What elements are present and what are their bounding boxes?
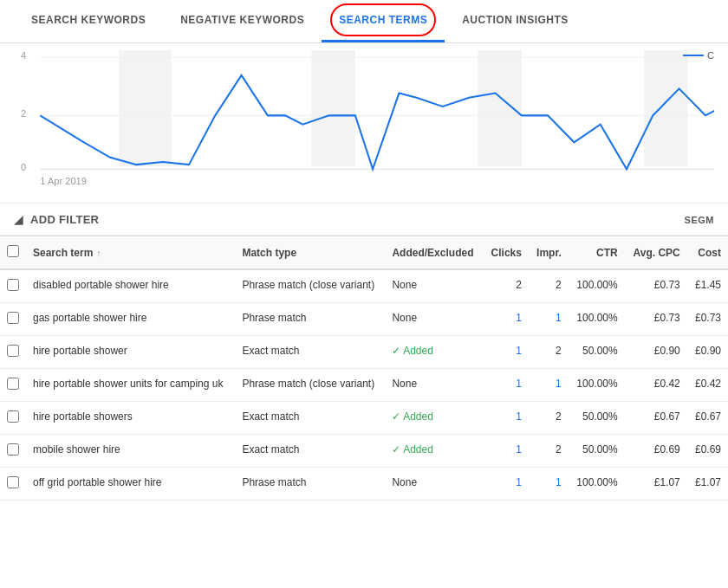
- chart-legend: C: [683, 50, 714, 61]
- cell-clicks: 1: [483, 435, 529, 468]
- header-avg-cpc[interactable]: Avg. CPC: [625, 236, 687, 270]
- row-checkbox-cell: [0, 402, 26, 435]
- cell-search-term: gas portable shower hire: [26, 303, 235, 336]
- cell-avg-cpc: £0.42: [625, 369, 687, 402]
- header-impr[interactable]: Impr.: [529, 236, 569, 270]
- cell-match-type: Phrase match (close variant): [235, 369, 385, 402]
- cell-match-type: Exact match: [235, 402, 385, 435]
- cell-search-term: hire portable shower units for camping u…: [26, 369, 235, 402]
- cell-ctr: 50.00%: [569, 435, 625, 468]
- tab-search-terms[interactable]: SEARCH TERMS: [322, 0, 445, 42]
- svg-rect-3: [644, 50, 688, 166]
- cell-search-term: hire portable shower: [26, 336, 235, 369]
- cell-avg-cpc: £0.67: [625, 402, 687, 435]
- cell-match-type: Exact match: [235, 435, 385, 468]
- sort-arrow-icon: ↑: [96, 249, 101, 258]
- cell-added-excluded: ✓ Added: [385, 402, 483, 435]
- cell-ctr: 100.00%: [569, 269, 625, 303]
- cell-impr: 1: [529, 369, 569, 402]
- cell-clicks: 1: [483, 402, 529, 435]
- header-match-type: Match type: [235, 236, 385, 270]
- cell-cost: £0.42: [687, 369, 728, 402]
- cell-impr: 2: [529, 336, 569, 369]
- cell-cost: £0.90: [687, 336, 728, 369]
- cell-search-term: hire portable showers: [26, 402, 235, 435]
- cell-clicks: 1: [483, 369, 529, 402]
- added-tag: ✓ Added: [392, 345, 432, 357]
- cell-match-type: Phrase match: [235, 468, 385, 501]
- filter-bar: ◢ ADD FILTER SEGM: [0, 204, 728, 236]
- segm-button[interactable]: SEGM: [685, 213, 714, 226]
- cell-added-excluded: ✓ Added: [385, 336, 483, 369]
- row-checkbox[interactable]: [7, 279, 19, 291]
- table-row: off grid portable shower hirePhrase matc…: [0, 468, 728, 501]
- row-checkbox-cell: [0, 468, 26, 501]
- row-checkbox[interactable]: [7, 476, 19, 488]
- tab-auction-insights[interactable]: AUCTION INSIGHTS: [445, 0, 586, 42]
- header-added-excluded: Added/Excluded: [385, 236, 483, 270]
- cell-ctr: 50.00%: [569, 402, 625, 435]
- svg-text:4: 4: [21, 50, 26, 61]
- svg-rect-0: [119, 50, 172, 166]
- tab-negative-keywords[interactable]: NEGATIVE KEYWORDS: [163, 0, 322, 42]
- table-container: Search term↑Match typeAdded/ExcludedClic…: [0, 236, 728, 501]
- cell-added-excluded: None: [385, 369, 483, 402]
- cell-avg-cpc: £0.73: [625, 303, 687, 336]
- row-checkbox-cell: [0, 369, 26, 402]
- cell-ctr: 100.00%: [569, 369, 625, 402]
- add-filter-button[interactable]: ◢ ADD FILTER: [14, 212, 99, 226]
- cell-ctr: 100.00%: [569, 468, 625, 501]
- cell-clicks: 1: [483, 468, 529, 501]
- cell-impr: 1: [529, 468, 569, 501]
- table-row: mobile shower hireExact match✓ Added1250…: [0, 435, 728, 468]
- table-row: hire portable showersExact match✓ Added1…: [0, 402, 728, 435]
- tabs-bar: SEARCH KEYWORDSNEGATIVE KEYWORDSSEARCH T…: [0, 0, 728, 43]
- svg-rect-2: [478, 50, 522, 166]
- row-checkbox[interactable]: [7, 345, 19, 357]
- select-all-checkbox[interactable]: [7, 245, 19, 257]
- cell-added-excluded: None: [385, 468, 483, 501]
- added-tag: ✓ Added: [392, 410, 432, 423]
- header-checkbox-cell: [0, 236, 26, 270]
- cell-match-type: Exact match: [235, 336, 385, 369]
- legend-line-icon: [683, 55, 704, 56]
- cell-clicks: 2: [483, 269, 529, 303]
- cell-added-excluded: ✓ Added: [385, 435, 483, 468]
- row-checkbox[interactable]: [7, 378, 19, 390]
- table-row: hire portable showerExact match✓ Added12…: [0, 336, 728, 369]
- cell-cost: £1.07: [687, 468, 728, 501]
- cell-added-excluded: None: [385, 269, 483, 303]
- cell-match-type: Phrase match (close variant): [235, 269, 385, 303]
- cell-search-term: mobile shower hire: [26, 435, 235, 468]
- cell-avg-cpc: £0.73: [625, 269, 687, 303]
- svg-text:1 Apr 2019: 1 Apr 2019: [40, 176, 87, 186]
- row-checkbox[interactable]: [7, 443, 19, 456]
- added-tag: ✓ Added: [392, 443, 432, 456]
- cell-impr: 2: [529, 269, 569, 303]
- row-checkbox-cell: [0, 435, 26, 468]
- tab-search-keywords[interactable]: SEARCH KEYWORDS: [14, 0, 163, 42]
- cell-match-type: Phrase match: [235, 303, 385, 336]
- header-clicks[interactable]: Clicks: [483, 236, 529, 270]
- row-checkbox[interactable]: [7, 312, 19, 324]
- cell-impr: 2: [529, 435, 569, 468]
- cell-search-term: off grid portable shower hire: [26, 468, 235, 501]
- header-search-term: Search term↑: [26, 236, 235, 270]
- cell-impr: 2: [529, 402, 569, 435]
- cell-ctr: 100.00%: [569, 303, 625, 336]
- header-ctr[interactable]: CTR: [569, 236, 625, 270]
- svg-rect-1: [311, 50, 355, 166]
- cell-clicks: 1: [483, 336, 529, 369]
- svg-text:0: 0: [21, 162, 26, 172]
- table-row: gas portable shower hirePhrase matchNone…: [0, 303, 728, 336]
- chart-svg: 4 2 0 1 Apr 2019: [14, 50, 714, 189]
- table-row: hire portable shower units for camping u…: [0, 369, 728, 402]
- row-checkbox[interactable]: [7, 410, 19, 423]
- row-checkbox-cell: [0, 303, 26, 336]
- cell-cost: £1.45: [687, 269, 728, 303]
- row-checkbox-cell: [0, 269, 26, 303]
- header-cost[interactable]: Cost: [687, 236, 728, 270]
- cell-added-excluded: None: [385, 303, 483, 336]
- svg-text:2: 2: [21, 108, 26, 119]
- cell-avg-cpc: £0.69: [625, 435, 687, 468]
